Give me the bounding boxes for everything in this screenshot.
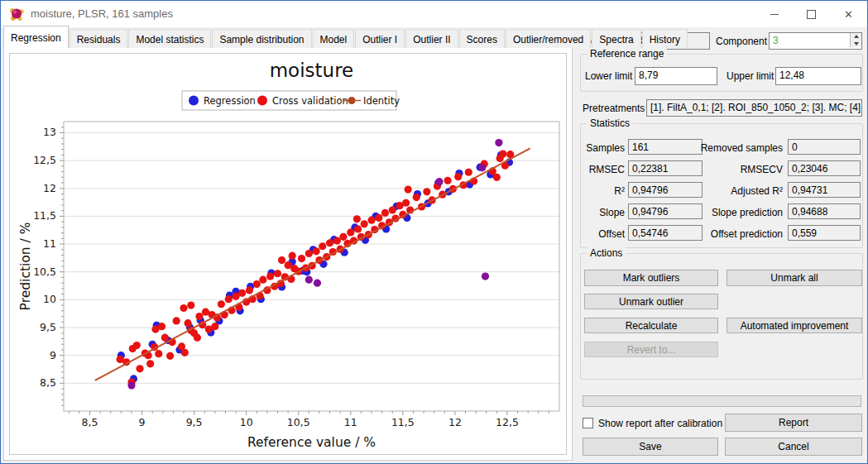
show-report-checkbox-label: Show report after calibration [598, 418, 722, 429]
cancel-button[interactable]: Cancel [725, 438, 862, 456]
spin-up-icon [854, 35, 859, 38]
unmark-outlier-button[interactable]: Unmark outlier [584, 294, 718, 309]
upper-limit-input[interactable]: 12,48 [775, 67, 861, 85]
tab-model[interactable]: Model [313, 29, 355, 48]
automated-improvement-button[interactable]: Automated improvement [727, 318, 862, 333]
actions-title: Actions [587, 247, 626, 259]
tab-outlier-i[interactable]: Outlier I [355, 29, 405, 48]
mark-outliers-button[interactable]: Mark outliers [584, 270, 718, 286]
lower-limit-label: Lower limit [585, 70, 632, 82]
series-identity [95, 148, 530, 380]
svg-text:12,5: 12,5 [33, 154, 56, 166]
stat-value: 0,94796 [628, 203, 703, 219]
spin-down-button[interactable] [850, 41, 861, 48]
svg-text:12,5: 12,5 [496, 416, 519, 428]
pretreatments-field: [1]. FiltA_0,1; [2]. ROI_850_1050_2; [3]… [646, 99, 862, 117]
stat-value: 0,54746 [628, 225, 703, 241]
stat-value: 0,23046 [788, 160, 861, 176]
tab-regression[interactable]: Regression [3, 26, 69, 48]
stat-label: Samples [583, 142, 625, 154]
svg-text:13: 13 [43, 126, 56, 138]
statistics-group: Statistics Samples161Removed samples0RMS… [580, 123, 863, 248]
chart-panel: 8,599,51010,51111,51212,58,599,51010,511… [9, 53, 567, 455]
tab-outlier-ii[interactable]: Outlier II [405, 29, 458, 48]
stat-label: Slope [583, 207, 625, 218]
spin-down-icon [854, 42, 859, 45]
tab-residuals[interactable]: Residuals [70, 29, 128, 48]
svg-text:8,5: 8,5 [82, 416, 98, 428]
svg-text:8,5: 8,5 [40, 376, 56, 389]
svg-text:10: 10 [43, 293, 56, 305]
tab-model-statistics[interactable]: Model statistics [128, 29, 211, 48]
svg-text:9,5: 9,5 [40, 321, 56, 333]
regression-chart: 8,599,51010,51111,51212,58,599,51010,511… [10, 54, 566, 454]
maximize-button[interactable] [793, 1, 830, 27]
stat-label: Slope prediction [697, 207, 783, 218]
tab-strip: RegressionResidualsModel statisticsSampl… [3, 28, 688, 48]
window-title: moisture, PLSR, 161 samples [31, 7, 173, 20]
tab-history[interactable]: History [642, 29, 688, 48]
svg-text:10,5: 10,5 [33, 265, 56, 278]
regression-legend-marker [189, 96, 199, 106]
stat-label: RMSEC [583, 164, 625, 175]
actions-group: Actions Mark outliersUnmark allUnmark ou… [580, 253, 863, 380]
svg-text:9,5: 9,5 [186, 416, 203, 428]
pretreatments-label: Pretreatments [583, 103, 645, 114]
title-bar: moisture, PLSR, 161 samples ✕ [1, 1, 867, 27]
stat-label: RMSECV [697, 164, 783, 175]
reference-range-title: Reference range [587, 48, 667, 60]
chart-title: moisture [270, 60, 354, 81]
tab-scores[interactable]: Scores [459, 29, 505, 48]
x-axis-label: Reference value / % [247, 435, 376, 450]
y-tick-labels: 8,599,51010,51111,51212,513 [33, 126, 56, 389]
minimize-icon [770, 14, 779, 15]
save-button[interactable]: Save [583, 438, 718, 456]
svg-text:11: 11 [43, 237, 56, 250]
svg-text:11: 11 [344, 416, 357, 428]
maximize-icon [807, 10, 816, 19]
unmark-all-button[interactable]: Unmark all [727, 270, 862, 286]
upper-limit-label: Upper limit [727, 70, 774, 82]
x-tick-labels: 8,599,51010,51111,51212,5 [82, 416, 519, 428]
stat-value: 0,94688 [788, 203, 861, 219]
close-icon: ✕ [844, 9, 853, 20]
svg-text:Identity: Identity [363, 95, 400, 107]
progress-bar [583, 395, 861, 407]
svg-text:Regression: Regression [204, 95, 256, 107]
component-label: Component [716, 36, 767, 47]
tab-sample-distribution[interactable]: Sample distribution [212, 29, 311, 48]
show-report-checkbox[interactable] [583, 418, 593, 428]
stat-label: Adjusted R² [697, 185, 783, 197]
tab-outlier-removed[interactable]: Outlier/removed [506, 29, 591, 48]
app-icon [8, 6, 25, 22]
tab-spectra[interactable]: Spectra [592, 29, 640, 48]
stat-value: 0,94731 [788, 182, 861, 198]
y-axis-label: Prediction / % [18, 222, 33, 311]
component-spinner[interactable] [850, 33, 861, 47]
identity-legend-marker [348, 97, 356, 104]
stat-value: 0 [788, 139, 861, 155]
stat-label: R² [583, 185, 625, 197]
stat-label: Offset [583, 228, 625, 240]
svg-text:Cross validation: Cross validation [272, 95, 348, 107]
app-window: moisture, PLSR, 161 samples ✕ Regression… [0, 0, 868, 464]
spin-up-button[interactable] [850, 33, 861, 41]
revert-to--button: Revert to... [584, 342, 718, 357]
svg-text:12: 12 [43, 182, 56, 194]
report-button[interactable]: Report [725, 414, 862, 432]
svg-text:10,5: 10,5 [287, 416, 310, 428]
stat-label: Removed samples [697, 142, 783, 154]
minimize-button[interactable] [755, 1, 793, 27]
svg-text:10: 10 [240, 416, 253, 428]
chart-legend: RegressionCross validationIdentity [182, 91, 400, 110]
cross-validation-legend-marker [257, 96, 267, 106]
close-button[interactable]: ✕ [830, 1, 867, 27]
stat-value: 161 [628, 139, 703, 155]
lower-limit-input[interactable]: 8,79 [635, 67, 717, 85]
stat-label: Offset prediction [697, 228, 783, 240]
svg-text:12: 12 [448, 416, 462, 428]
stat-value: 0,94796 [628, 182, 703, 198]
recalculate-button[interactable]: Recalculate [584, 318, 718, 333]
svg-text:9: 9 [139, 416, 146, 428]
component-spinbox[interactable]: 3 [769, 32, 862, 50]
